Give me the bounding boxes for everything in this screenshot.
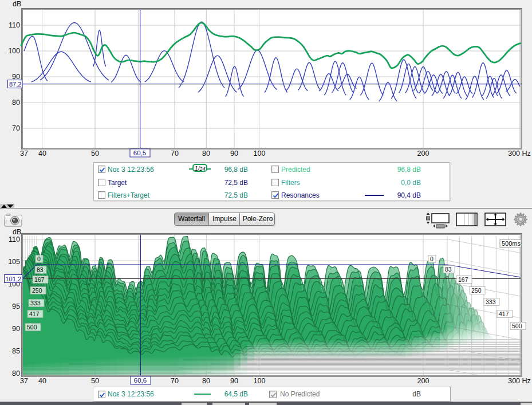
svg-text:105: 105 [8, 258, 20, 266]
svg-text:70: 70 [171, 377, 179, 385]
svg-text:83: 83 [37, 266, 44, 273]
svg-text:333: 333 [486, 298, 496, 305]
svg-text:90: 90 [12, 325, 20, 333]
svg-text:dB: dB [13, 0, 21, 8]
svg-text:80: 80 [12, 369, 20, 378]
svg-text:500ms: 500ms [502, 240, 521, 247]
svg-text:110: 110 [9, 21, 20, 29]
svg-text:95: 95 [12, 302, 20, 310]
svg-text:250: 250 [32, 287, 42, 294]
svg-text:300 Hz: 300 Hz [508, 377, 531, 385]
svg-text:167: 167 [458, 276, 468, 283]
svg-text:90: 90 [12, 73, 20, 81]
svg-text:50: 50 [91, 150, 99, 158]
svg-text:87,2: 87,2 [9, 81, 21, 88]
svg-text:200: 200 [417, 377, 429, 385]
svg-text:90: 90 [230, 150, 238, 158]
svg-text:50: 50 [91, 377, 99, 385]
svg-text:85: 85 [12, 347, 20, 355]
svg-text:333: 333 [30, 300, 41, 306]
svg-text:101,2: 101,2 [6, 276, 22, 282]
svg-text:37: 37 [20, 377, 28, 385]
svg-text:0: 0 [37, 255, 41, 262]
svg-text:300 Hz: 300 Hz [508, 150, 531, 158]
svg-text:250: 250 [471, 287, 482, 294]
svg-text:100: 100 [254, 150, 266, 158]
svg-text:70: 70 [171, 150, 179, 158]
svg-text:200: 200 [417, 150, 429, 158]
svg-text:80: 80 [202, 377, 210, 385]
svg-text:500: 500 [27, 324, 37, 331]
svg-text:70: 70 [12, 124, 20, 132]
svg-text:417: 417 [29, 310, 40, 317]
svg-text:40: 40 [38, 150, 46, 158]
svg-text:417: 417 [499, 310, 509, 317]
svg-text:0: 0 [430, 255, 434, 262]
svg-text:dB: dB [13, 228, 21, 236]
svg-text:100: 100 [8, 47, 20, 55]
svg-text:37: 37 [20, 150, 28, 158]
svg-text:500: 500 [512, 323, 522, 329]
svg-text:83: 83 [445, 266, 452, 273]
svg-text:110: 110 [9, 235, 20, 243]
svg-text:100: 100 [254, 377, 266, 385]
svg-text:80: 80 [12, 99, 20, 107]
svg-text:60,6: 60,6 [134, 377, 147, 384]
svg-text:167: 167 [34, 276, 45, 283]
svg-text:60,5: 60,5 [133, 150, 146, 156]
svg-text:90: 90 [230, 377, 238, 385]
svg-text:40: 40 [38, 377, 46, 385]
svg-text:80: 80 [202, 150, 210, 158]
